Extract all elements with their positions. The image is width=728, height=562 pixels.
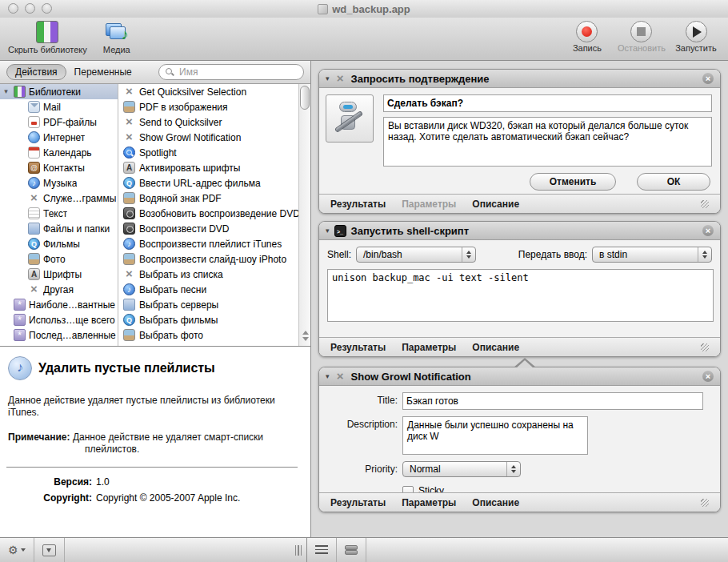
resize-grip[interactable] xyxy=(701,200,709,208)
action-list-item[interactable]: Выбрать фото xyxy=(118,327,298,343)
close-action-icon[interactable]: × xyxy=(702,371,714,382)
pane-drag-handle[interactable] xyxy=(290,538,307,562)
disclosure-triangle-icon[interactable]: ▾ xyxy=(326,74,330,82)
action-list-item[interactable]: PDF в изображения xyxy=(118,99,298,114)
cancel-button[interactable]: Отменить xyxy=(530,173,616,191)
add-action-menu-button[interactable]: ⚙ xyxy=(0,538,34,562)
action-list-item[interactable]: Ввести URL-адрес фильма xyxy=(118,175,298,191)
action-list-item[interactable]: Выбрать фильмы xyxy=(118,312,298,327)
action-list-item[interactable]: Воспроизвести DVD xyxy=(118,221,298,236)
action-list-item[interactable]: Get Quicksilver Selection xyxy=(118,84,298,99)
action-list-item[interactable]: Воспроизвести плейлист iTunes xyxy=(118,236,298,251)
contacts-icon xyxy=(28,162,40,174)
parameters-toggle[interactable]: Параметры xyxy=(402,342,456,353)
sidebar-item[interactable]: Файлы и папки xyxy=(0,221,118,236)
action-item-label: Show Growl Notification xyxy=(139,132,241,143)
disclosure-triangle-icon[interactable]: ▾ xyxy=(326,372,330,380)
action-list-item[interactable]: Выбрать серверы xyxy=(118,297,298,312)
action-item-label: Выбрать фильмы xyxy=(139,315,218,326)
window-title-area: wd_backup.app xyxy=(0,0,728,18)
sidebar-item[interactable]: ▾Библиотеки xyxy=(0,84,118,99)
script-textarea[interactable]: unison backup_mac -ui text -silent xyxy=(327,269,714,322)
results-toggle[interactable]: Результаты xyxy=(330,497,386,508)
resize-grip[interactable] xyxy=(701,343,709,351)
sidebar-item[interactable]: Шрифты xyxy=(0,267,118,282)
action-list-item[interactable]: Водяной знак PDF xyxy=(118,191,298,206)
stack-view-button[interactable] xyxy=(337,538,366,562)
description-toggle[interactable]: Описание xyxy=(472,342,519,353)
description-title: Удалить пустые плейлисты xyxy=(38,361,215,375)
shell-popup[interactable]: /bin/bash xyxy=(356,247,476,263)
action-panel-growl: ▾ Show Growl Notification × Title: Descr… xyxy=(318,367,721,512)
action-list-item[interactable]: Выбрать из списка xyxy=(118,267,298,282)
record-button[interactable]: Запись xyxy=(565,21,610,53)
fonts-icon xyxy=(123,162,135,174)
description-divider xyxy=(6,467,298,468)
ok-button[interactable]: ОК xyxy=(637,173,710,191)
sidebar-item[interactable]: PDF-файлы xyxy=(0,114,118,130)
action-list-item[interactable]: Выбрать песни xyxy=(118,282,298,297)
sidebar-item-label: Фото xyxy=(43,254,66,265)
priority-label: Priority: xyxy=(319,461,402,477)
media-button[interactable]: ♪ Медиа xyxy=(98,21,135,54)
scroll-up-icon[interactable] xyxy=(302,331,309,335)
action-list-item[interactable]: Возобновить воспроизведение DVD xyxy=(118,206,298,221)
sidebar-item[interactable]: Фильмы xyxy=(0,236,118,251)
sidebar-item[interactable]: Текст xyxy=(0,206,118,221)
search-input[interactable] xyxy=(178,66,297,78)
disclosure-triangle-icon[interactable]: ▾ xyxy=(2,84,10,99)
sidebar-item[interactable]: Фото xyxy=(0,251,118,267)
sidebar-item-label: Использ…ще всего xyxy=(29,315,115,326)
scrollbar-thumb[interactable] xyxy=(300,86,310,110)
priority-popup[interactable]: Normal xyxy=(402,461,521,477)
action-x-icon xyxy=(334,371,346,383)
message-textarea[interactable]: Вы вставили диск WD320, бэкап на который… xyxy=(383,117,712,167)
action-list-item[interactable]: Активировать шрифты xyxy=(118,160,298,175)
sidebar-item[interactable]: Интернет xyxy=(0,130,118,145)
growl-title-input[interactable] xyxy=(402,392,703,410)
tab-actions[interactable]: Действия xyxy=(6,64,66,80)
action-item-label: Воспроизвести плейлист iTunes xyxy=(139,239,282,250)
action-panel-shell: ▾ Запустить shell-скрипт × Shell: /bin/b… xyxy=(318,221,721,357)
disclosure-triangle-icon[interactable]: ▾ xyxy=(326,227,330,235)
sidebar-item-label: Фильмы xyxy=(43,239,80,250)
sidebar-item[interactable]: Использ…ще всего xyxy=(0,312,118,327)
description-toggle[interactable]: Описание xyxy=(472,199,519,210)
action-x-icon xyxy=(334,73,346,85)
collapse-panel-button[interactable] xyxy=(34,538,65,562)
search-field[interactable] xyxy=(158,64,304,80)
question-input[interactable] xyxy=(383,94,712,112)
library-filter-bar: Действия Переменные xyxy=(0,61,311,84)
sidebar-item[interactable]: Служе…граммы xyxy=(0,191,118,206)
action-list-scrollbar[interactable] xyxy=(298,84,310,346)
pass-input-popup[interactable]: в stdin xyxy=(592,247,712,263)
hide-library-button[interactable]: Скрыть библиотеку xyxy=(8,21,87,54)
sidebar-item[interactable]: Контакты xyxy=(0,160,118,175)
growl-description-textarea[interactable]: Данные были успешно сохранены на диск W xyxy=(402,416,588,455)
sidebar-item[interactable]: Наиболе…вантные xyxy=(0,297,118,312)
results-toggle[interactable]: Результаты xyxy=(330,199,386,210)
sidebar-item[interactable]: Mail xyxy=(0,99,118,114)
sidebar-item[interactable]: Другая xyxy=(0,282,118,297)
action-list-item[interactable]: Воспроизвести слайд-шоу iPhoto xyxy=(118,251,298,267)
results-toggle[interactable]: Результаты xyxy=(330,342,386,353)
sidebar-item[interactable]: Календарь xyxy=(0,145,118,160)
stop-label: Остановить xyxy=(618,43,666,53)
parameters-toggle[interactable]: Параметры xyxy=(402,497,456,508)
action-list-item[interactable]: Show Growl Notification xyxy=(118,130,298,145)
close-action-icon[interactable]: × xyxy=(702,73,714,84)
close-action-icon[interactable]: × xyxy=(702,225,714,236)
tab-variables[interactable]: Переменные xyxy=(74,66,132,78)
sidebar-item-label: Послед…авленные xyxy=(29,330,116,341)
scroll-down-icon[interactable] xyxy=(302,337,309,341)
sidebar-item[interactable]: Музыка xyxy=(0,175,118,191)
list-view-button[interactable] xyxy=(307,538,337,562)
run-button[interactable]: Запустить xyxy=(674,21,718,53)
action-list-item[interactable]: Spotlight xyxy=(118,145,298,160)
quicktime-icon xyxy=(123,314,135,326)
description-toggle[interactable]: Описание xyxy=(472,497,519,508)
priority-popup-value: Normal xyxy=(403,464,506,475)
resize-grip[interactable] xyxy=(701,499,709,507)
sidebar-item[interactable]: Послед…авленные xyxy=(0,327,118,343)
action-list-item[interactable]: Send to Quicksilver xyxy=(118,114,298,130)
